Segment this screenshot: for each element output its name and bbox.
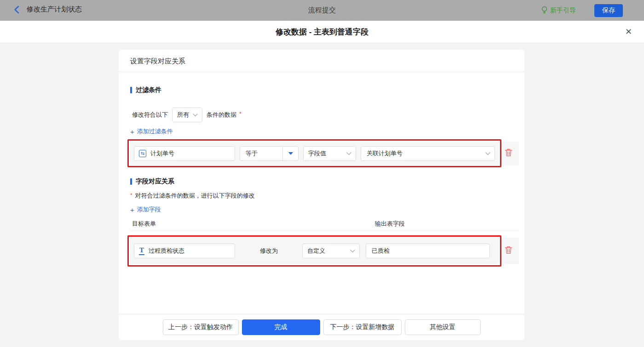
required-mark: * bbox=[130, 192, 132, 199]
operator-value: 等于 bbox=[240, 149, 282, 158]
beginner-guide-label: 新手引导 bbox=[550, 6, 576, 15]
delete-filter-row-button[interactable] bbox=[505, 148, 512, 159]
value-type-value: 字段值 bbox=[304, 149, 346, 158]
condition-suffix-label: 条件的数据 bbox=[207, 111, 236, 119]
required-mark: * bbox=[239, 110, 242, 117]
filter-field-value: 计划单号 bbox=[150, 149, 174, 158]
topbar-actions: 新手引导 保存 bbox=[541, 0, 623, 21]
filter-field-picker[interactable]: ⇆ 计划单号 bbox=[134, 146, 235, 161]
add-filter-condition-label: 添加过滤条件 bbox=[137, 127, 173, 136]
filter-section-title: 过滤条件 bbox=[130, 86, 161, 94]
delete-mapping-row-button[interactable] bbox=[505, 246, 512, 256]
done-button[interactable]: 完成 bbox=[242, 319, 320, 335]
chevron-down-icon bbox=[193, 114, 198, 117]
section-bar bbox=[130, 178, 132, 185]
compare-value: 关联计划单号 bbox=[361, 149, 485, 158]
lightbulb-icon bbox=[541, 6, 548, 15]
output-type-select[interactable]: 自定义 bbox=[302, 244, 360, 258]
condition-match-row: 修改符合以下 所有 条件的数据 * bbox=[132, 108, 242, 122]
save-button[interactable]: 保存 bbox=[594, 4, 623, 17]
add-field-button[interactable]: + 添加字段 bbox=[130, 205, 161, 214]
mapping-description: * 对符合过滤条件的数据，进行以下字段的修改 bbox=[130, 192, 255, 200]
output-value-input[interactable] bbox=[366, 244, 490, 258]
filter-condition-row: ⇆ 计划单号 等于 字段值 关联计划单号 bbox=[130, 142, 519, 165]
modify-to-label: 修改为 bbox=[260, 247, 278, 255]
value-type-select[interactable]: 字段值 bbox=[303, 146, 356, 161]
target-field-value: 过程质检状态 bbox=[149, 247, 184, 255]
plus-icon: + bbox=[130, 206, 134, 213]
other-settings-button[interactable]: 其他设置 bbox=[405, 319, 481, 335]
trash-icon bbox=[505, 148, 512, 159]
chevron-down-icon bbox=[346, 152, 351, 155]
condition-match-value: 所有 bbox=[172, 111, 193, 119]
back-chevron-icon bbox=[14, 6, 19, 16]
output-type-value: 自定义 bbox=[303, 247, 350, 255]
column-header-output-field: 输出表字段 bbox=[375, 220, 405, 228]
triangle-down-icon bbox=[288, 152, 293, 155]
target-field-picker[interactable]: T 过程质检状态 bbox=[134, 244, 235, 258]
dialog-header: 修改数据 - 主表到普通字段 ✕ bbox=[0, 21, 644, 43]
panel-header: 设置字段对应关系 bbox=[119, 50, 524, 72]
next-step-button[interactable]: 下一步：设置新增数据 bbox=[323, 319, 402, 335]
settings-panel: 设置字段对应关系 过滤条件 修改符合以下 所有 条件的数据 * + 添加过滤条件… bbox=[119, 50, 524, 340]
plus-icon: + bbox=[130, 128, 134, 135]
operator-select[interactable]: 等于 bbox=[240, 146, 299, 161]
serial-number-field-icon: ⇆ bbox=[139, 150, 146, 157]
condition-prefix-label: 修改符合以下 bbox=[132, 111, 168, 119]
field-mapping-row: T 过程质检状态 修改为 自定义 bbox=[130, 238, 519, 264]
close-icon[interactable]: ✕ bbox=[625, 28, 632, 36]
text-field-icon: T bbox=[139, 247, 144, 255]
chevron-down-icon bbox=[350, 250, 355, 253]
column-header-target-form: 目标表单 bbox=[132, 220, 156, 228]
workflow-name-title[interactable]: 修改生产计划状态 bbox=[27, 5, 82, 16]
header-divider bbox=[130, 231, 519, 231]
mapping-description-text: 对符合过滤条件的数据，进行以下字段的修改 bbox=[135, 192, 255, 200]
beginner-guide-link[interactable]: 新手引导 bbox=[541, 6, 576, 15]
filter-section-title-text: 过滤条件 bbox=[136, 86, 161, 94]
mapping-section-title-text: 字段对应关系 bbox=[136, 177, 174, 186]
dialog-title: 修改数据 - 主表到普通字段 bbox=[0, 21, 644, 43]
topbar: 修改生产计划状态 流程提交 新手引导 保存 bbox=[0, 0, 644, 21]
chevron-down-icon bbox=[485, 152, 490, 155]
trash-icon bbox=[505, 246, 512, 256]
add-field-label: 添加字段 bbox=[137, 205, 161, 214]
back-button[interactable] bbox=[14, 6, 19, 16]
panel-footer: 上一步：设置触发动作 完成 下一步：设置新增数据 其他设置 bbox=[119, 314, 524, 340]
condition-match-select[interactable]: 所有 bbox=[172, 108, 202, 122]
section-bar bbox=[130, 87, 132, 93]
compare-value-select[interactable]: 关联计划单号 bbox=[361, 146, 495, 161]
add-filter-condition-button[interactable]: + 添加过滤条件 bbox=[130, 127, 173, 136]
mapping-section-title: 字段对应关系 bbox=[130, 178, 174, 185]
operator-dropdown-trigger[interactable] bbox=[282, 147, 298, 160]
prev-step-button[interactable]: 上一步：设置触发动作 bbox=[163, 319, 239, 335]
